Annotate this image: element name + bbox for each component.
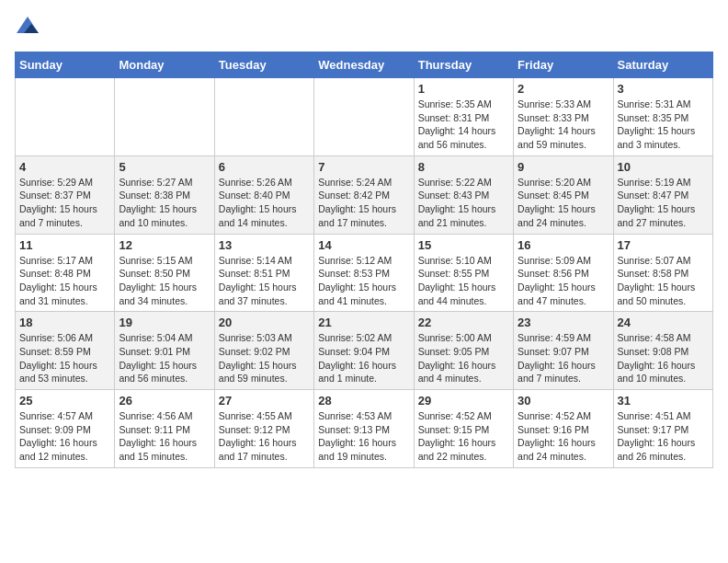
weekday-header: Friday bbox=[514, 52, 613, 78]
day-number: 20 bbox=[219, 316, 310, 329]
calendar-cell: 24Sunrise: 4:58 AM Sunset: 9:08 PM Dayli… bbox=[613, 312, 712, 390]
weekday-header: Saturday bbox=[613, 52, 712, 78]
day-info: Sunrise: 5:07 AM Sunset: 8:58 PM Dayligh… bbox=[618, 254, 709, 308]
day-info: Sunrise: 5:33 AM Sunset: 8:33 PM Dayligh… bbox=[518, 98, 609, 152]
day-info: Sunrise: 5:24 AM Sunset: 8:42 PM Dayligh… bbox=[318, 176, 409, 230]
calendar-cell: 16Sunrise: 5:09 AM Sunset: 8:56 PM Dayli… bbox=[514, 234, 613, 312]
calendar-cell: 17Sunrise: 5:07 AM Sunset: 8:58 PM Dayli… bbox=[613, 234, 712, 312]
day-info: Sunrise: 4:52 AM Sunset: 9:15 PM Dayligh… bbox=[418, 409, 509, 464]
calendar-cell: 13Sunrise: 5:14 AM Sunset: 8:51 PM Dayli… bbox=[214, 234, 313, 312]
day-number: 5 bbox=[119, 160, 210, 174]
calendar-cell: 6Sunrise: 5:26 AM Sunset: 8:40 PM Daylig… bbox=[214, 155, 313, 234]
day-info: Sunrise: 5:09 AM Sunset: 8:56 PM Dayligh… bbox=[518, 254, 609, 308]
day-info: Sunrise: 5:17 AM Sunset: 8:48 PM Dayligh… bbox=[19, 254, 110, 308]
calendar-week-row: 4Sunrise: 5:29 AM Sunset: 8:37 PM Daylig… bbox=[16, 155, 713, 234]
day-info: Sunrise: 5:00 AM Sunset: 9:05 PM Dayligh… bbox=[418, 331, 509, 385]
calendar-cell: 30Sunrise: 4:52 AM Sunset: 9:16 PM Dayli… bbox=[514, 390, 613, 468]
day-number: 3 bbox=[618, 82, 709, 96]
day-info: Sunrise: 4:51 AM Sunset: 9:17 PM Dayligh… bbox=[618, 409, 709, 464]
calendar-cell: 1Sunrise: 5:35 AM Sunset: 8:31 PM Daylig… bbox=[414, 78, 513, 156]
day-number: 18 bbox=[19, 316, 110, 329]
day-number: 6 bbox=[219, 160, 310, 174]
day-number: 24 bbox=[618, 316, 709, 329]
calendar-cell: 11Sunrise: 5:17 AM Sunset: 8:48 PM Dayli… bbox=[16, 234, 115, 312]
day-info: Sunrise: 5:04 AM Sunset: 9:01 PM Dayligh… bbox=[119, 331, 210, 385]
calendar-cell bbox=[115, 78, 214, 156]
calendar-cell: 14Sunrise: 5:12 AM Sunset: 8:53 PM Dayli… bbox=[314, 234, 414, 312]
day-info: Sunrise: 5:15 AM Sunset: 8:50 PM Dayligh… bbox=[119, 254, 210, 308]
calendar-cell: 15Sunrise: 5:10 AM Sunset: 8:55 PM Dayli… bbox=[414, 234, 513, 312]
day-info: Sunrise: 4:59 AM Sunset: 9:07 PM Dayligh… bbox=[518, 331, 609, 385]
day-number: 2 bbox=[518, 82, 609, 96]
day-number: 28 bbox=[318, 394, 409, 408]
weekday-header: Thursday bbox=[414, 52, 513, 78]
calendar-cell: 23Sunrise: 4:59 AM Sunset: 9:07 PM Dayli… bbox=[514, 312, 613, 390]
day-number: 19 bbox=[119, 316, 210, 329]
calendar-cell: 25Sunrise: 4:57 AM Sunset: 9:09 PM Dayli… bbox=[16, 390, 115, 468]
calendar-cell: 26Sunrise: 4:56 AM Sunset: 9:11 PM Dayli… bbox=[115, 390, 214, 468]
day-info: Sunrise: 5:31 AM Sunset: 8:35 PM Dayligh… bbox=[618, 98, 709, 152]
calendar-week-row: 11Sunrise: 5:17 AM Sunset: 8:48 PM Dayli… bbox=[16, 234, 713, 312]
day-info: Sunrise: 5:03 AM Sunset: 9:02 PM Dayligh… bbox=[219, 331, 310, 385]
logo-icon bbox=[15, 15, 40, 40]
day-info: Sunrise: 5:20 AM Sunset: 8:45 PM Dayligh… bbox=[518, 176, 609, 230]
day-number: 15 bbox=[418, 238, 509, 252]
day-info: Sunrise: 5:14 AM Sunset: 8:51 PM Dayligh… bbox=[219, 254, 310, 308]
day-number: 16 bbox=[518, 238, 609, 252]
day-info: Sunrise: 5:26 AM Sunset: 8:40 PM Dayligh… bbox=[219, 176, 310, 230]
day-info: Sunrise: 5:35 AM Sunset: 8:31 PM Dayligh… bbox=[418, 98, 509, 152]
day-number: 26 bbox=[119, 394, 210, 408]
calendar-cell: 29Sunrise: 4:52 AM Sunset: 9:15 PM Dayli… bbox=[414, 390, 513, 468]
calendar-cell: 9Sunrise: 5:20 AM Sunset: 8:45 PM Daylig… bbox=[514, 155, 613, 234]
day-number: 11 bbox=[19, 238, 110, 252]
calendar-cell: 21Sunrise: 5:02 AM Sunset: 9:04 PM Dayli… bbox=[314, 312, 414, 390]
calendar-cell: 4Sunrise: 5:29 AM Sunset: 8:37 PM Daylig… bbox=[16, 155, 115, 234]
day-number: 21 bbox=[318, 316, 409, 329]
weekday-header: Monday bbox=[115, 52, 214, 78]
day-info: Sunrise: 5:12 AM Sunset: 8:53 PM Dayligh… bbox=[318, 254, 409, 308]
calendar-cell: 28Sunrise: 4:53 AM Sunset: 9:13 PM Dayli… bbox=[314, 390, 414, 468]
day-number: 22 bbox=[418, 316, 509, 329]
day-number: 1 bbox=[418, 82, 509, 96]
day-number: 29 bbox=[418, 394, 509, 408]
calendar-week-row: 25Sunrise: 4:57 AM Sunset: 9:09 PM Dayli… bbox=[16, 390, 713, 468]
day-info: Sunrise: 5:10 AM Sunset: 8:55 PM Dayligh… bbox=[418, 254, 509, 308]
calendar-week-row: 1Sunrise: 5:35 AM Sunset: 8:31 PM Daylig… bbox=[16, 78, 713, 156]
day-info: Sunrise: 5:02 AM Sunset: 9:04 PM Dayligh… bbox=[318, 331, 409, 385]
calendar-cell: 12Sunrise: 5:15 AM Sunset: 8:50 PM Dayli… bbox=[115, 234, 214, 312]
calendar-cell: 3Sunrise: 5:31 AM Sunset: 8:35 PM Daylig… bbox=[613, 78, 712, 156]
calendar-header-row: SundayMondayTuesdayWednesdayThursdayFrid… bbox=[16, 52, 713, 78]
calendar-cell: 27Sunrise: 4:55 AM Sunset: 9:12 PM Dayli… bbox=[214, 390, 313, 468]
calendar-cell: 7Sunrise: 5:24 AM Sunset: 8:42 PM Daylig… bbox=[314, 155, 414, 234]
day-number: 7 bbox=[318, 160, 409, 174]
day-number: 23 bbox=[518, 316, 609, 329]
calendar-cell: 22Sunrise: 5:00 AM Sunset: 9:05 PM Dayli… bbox=[414, 312, 513, 390]
calendar-cell: 10Sunrise: 5:19 AM Sunset: 8:47 PM Dayli… bbox=[613, 155, 712, 234]
day-info: Sunrise: 4:57 AM Sunset: 9:09 PM Dayligh… bbox=[19, 409, 110, 464]
day-number: 8 bbox=[418, 160, 509, 174]
day-number: 25 bbox=[19, 394, 110, 408]
calendar-cell bbox=[314, 78, 414, 156]
calendar-cell: 2Sunrise: 5:33 AM Sunset: 8:33 PM Daylig… bbox=[514, 78, 613, 156]
calendar-table: SundayMondayTuesdayWednesdayThursdayFrid… bbox=[15, 52, 713, 468]
day-number: 30 bbox=[518, 394, 609, 408]
day-info: Sunrise: 4:53 AM Sunset: 9:13 PM Dayligh… bbox=[318, 409, 409, 464]
calendar-cell: 19Sunrise: 5:04 AM Sunset: 9:01 PM Dayli… bbox=[115, 312, 214, 390]
day-number: 10 bbox=[618, 160, 709, 174]
calendar-cell: 31Sunrise: 4:51 AM Sunset: 9:17 PM Dayli… bbox=[613, 390, 712, 468]
day-info: Sunrise: 4:55 AM Sunset: 9:12 PM Dayligh… bbox=[219, 409, 310, 464]
weekday-header: Wednesday bbox=[314, 52, 414, 78]
calendar-cell bbox=[16, 78, 115, 156]
day-info: Sunrise: 5:29 AM Sunset: 8:37 PM Dayligh… bbox=[19, 176, 110, 230]
day-info: Sunrise: 4:52 AM Sunset: 9:16 PM Dayligh… bbox=[518, 409, 609, 464]
calendar-cell: 20Sunrise: 5:03 AM Sunset: 9:02 PM Dayli… bbox=[214, 312, 313, 390]
calendar-cell: 5Sunrise: 5:27 AM Sunset: 8:38 PM Daylig… bbox=[115, 155, 214, 234]
day-number: 13 bbox=[219, 238, 310, 252]
day-info: Sunrise: 4:56 AM Sunset: 9:11 PM Dayligh… bbox=[119, 409, 210, 464]
day-number: 27 bbox=[219, 394, 310, 408]
calendar-cell bbox=[214, 78, 313, 156]
day-number: 14 bbox=[318, 238, 409, 252]
calendar-cell: 8Sunrise: 5:22 AM Sunset: 8:43 PM Daylig… bbox=[414, 155, 513, 234]
day-info: Sunrise: 5:22 AM Sunset: 8:43 PM Dayligh… bbox=[418, 176, 509, 230]
day-info: Sunrise: 5:19 AM Sunset: 8:47 PM Dayligh… bbox=[618, 176, 709, 230]
